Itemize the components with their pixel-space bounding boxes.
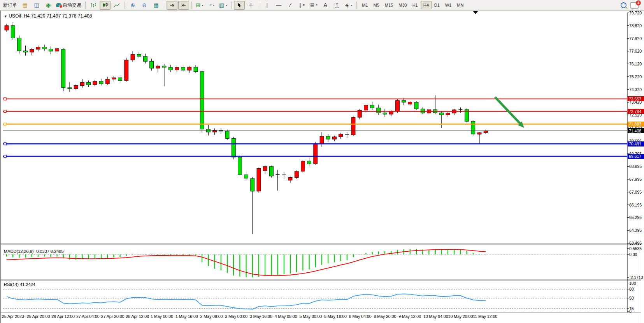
fibonacci-tool[interactable]: ≣F — [308, 1, 319, 10]
candle-bearish — [370, 105, 374, 108]
crosshair-tool-button[interactable] — [246, 1, 256, 10]
symbol-dropdown-icon[interactable]: ▼ — [4, 14, 7, 18]
candle-bullish — [301, 161, 305, 171]
line-anchor-handle[interactable] — [4, 143, 6, 145]
time-tick-label: 2 May 08:00 — [200, 314, 223, 319]
zoom-out-button[interactable]: ⊖ — [139, 1, 150, 10]
macd-name: MACD(12,26,9) — [4, 249, 33, 254]
search-icon[interactable] — [621, 2, 626, 8]
candle-bullish — [131, 54, 135, 60]
tf-button-MN[interactable]: MN — [454, 1, 466, 9]
add-indicator-button[interactable]: ⊞▾ — [194, 1, 205, 10]
macd-tick-label: 0.00 — [629, 252, 637, 257]
separator — [125, 2, 125, 9]
line-anchor-handle[interactable] — [4, 110, 6, 113]
tf-button-M15[interactable]: M15 — [382, 1, 396, 9]
trendline-tool[interactable]: ∕ — [285, 1, 296, 10]
new-order-button[interactable]: 新订单 — [2, 1, 19, 9]
tf-button-W1[interactable]: W1 — [442, 1, 454, 9]
chevron-down-icon: ▾ — [213, 4, 214, 7]
auto-scroll-icon: ⇥ — [170, 2, 174, 8]
market-watch-icon[interactable]: ▤ — [19, 1, 30, 10]
price-tick-label: 74.320 — [629, 87, 642, 92]
time-tick-label: 8 May 20:00 — [374, 314, 397, 319]
tf-button-H4[interactable]: H4 — [421, 1, 432, 9]
candle-bullish — [30, 49, 34, 52]
tf-button-M5[interactable]: M5 — [371, 1, 382, 9]
price-tag: 70.491 — [628, 141, 644, 146]
time-tick-label: 3 May 16:00 — [250, 314, 272, 319]
time-tick-label: 1 May 00:00 — [151, 314, 173, 319]
chart-shift-button[interactable]: ⇤ — [178, 1, 189, 10]
fibo-f-label: F — [316, 4, 318, 7]
zoom-in-button[interactable]: ⊕ — [127, 1, 138, 10]
template-button[interactable]: ▥▾ — [218, 1, 229, 10]
vertical-line-tool[interactable]: | — [261, 1, 272, 10]
shapes-icon: ◈ — [345, 2, 349, 8]
candlestick-chart-type-button[interactable] — [100, 1, 111, 10]
candle-bearish — [11, 26, 15, 38]
auto-scroll-button[interactable]: ⇥ — [167, 1, 177, 10]
price-chart-canvas[interactable] — [0, 11, 644, 323]
candle-bullish — [332, 137, 336, 139]
rsi-tick-label: 50 — [629, 296, 634, 300]
candlestick-icon — [102, 2, 108, 8]
line-anchor-handle[interactable] — [4, 98, 6, 100]
candle-bearish — [377, 108, 381, 113]
text-tool[interactable]: A — [320, 1, 331, 10]
time-tick-label: 27 Apr 04:00 — [76, 314, 100, 319]
candle-bearish — [162, 66, 166, 67]
separator — [191, 2, 192, 9]
candle-bullish — [263, 166, 267, 171]
candle-bearish — [42, 47, 46, 49]
timeframe-group: M1M5M15M30H1H4D1W1MN — [359, 1, 466, 9]
horizontal-line-tool[interactable]: — — [273, 1, 284, 10]
bar-chart-type-button[interactable] — [88, 1, 99, 10]
separator — [164, 2, 164, 9]
candle-bearish — [61, 49, 65, 88]
candle-bullish — [74, 85, 78, 88]
channel-tool[interactable]: ∥E — [297, 1, 307, 10]
candle-bullish — [314, 143, 318, 164]
tf-button-D1[interactable]: D1 — [432, 1, 442, 9]
time-tick-label: 26 Apr 12:00 — [51, 314, 75, 319]
data-window-icon[interactable]: ◫ — [31, 1, 42, 10]
macd-tick-label: -2.1713 — [629, 275, 643, 280]
notifications-icon[interactable]: 1 — [630, 2, 639, 9]
price-tick-label: 68.895 — [629, 164, 642, 169]
rsi-tick-label: 80 — [629, 287, 634, 291]
clock-icon: ◔ — [208, 2, 211, 8]
time-tick-label: 8 May 04:00 — [349, 314, 372, 319]
candle-bullish — [112, 78, 116, 79]
line-anchor-handle[interactable] — [4, 155, 6, 157]
price-tick-label: 79.720 — [629, 11, 642, 15]
time-tick-label: 28 Apr 12:00 — [126, 314, 149, 319]
tf-button-M1[interactable]: M1 — [359, 1, 370, 9]
alerts-icon[interactable]: ◉ — [43, 1, 54, 10]
candle-bullish — [105, 79, 109, 84]
candle-bearish — [24, 51, 28, 52]
line-chart-type-button[interactable] — [111, 1, 122, 10]
candle-bullish — [125, 60, 128, 81]
candle-bearish — [168, 67, 172, 70]
horizontal-line-icon: — — [276, 2, 281, 8]
tile-windows-icon: ▦ — [153, 2, 158, 8]
label-tool[interactable]: T — [332, 1, 342, 10]
separator — [356, 2, 357, 9]
candle-bearish — [232, 138, 235, 157]
tf-button-M30[interactable]: M30 — [396, 1, 409, 9]
auto-trading-button[interactable]: 自动交易 — [54, 1, 83, 9]
cursor-tool-button[interactable] — [234, 1, 245, 10]
tf-button-H1[interactable]: H1 — [410, 1, 421, 9]
window-icon: ◫ — [34, 2, 39, 8]
tile-windows-button[interactable]: ▦ — [151, 1, 161, 10]
chart-window[interactable]: ▼ USOil-,H4 71.420 71.497 71.378 71.408 … — [0, 11, 644, 323]
candle-bullish — [80, 82, 84, 85]
shapes-tool[interactable]: ◈▾ — [343, 1, 354, 10]
separator — [85, 2, 86, 9]
candle-bullish — [484, 131, 488, 133]
channel-e-label: E — [303, 4, 305, 7]
candle-bearish — [181, 67, 185, 70]
period-button[interactable]: ◔▾ — [206, 1, 217, 10]
line-anchor-handle[interactable] — [4, 123, 6, 125]
